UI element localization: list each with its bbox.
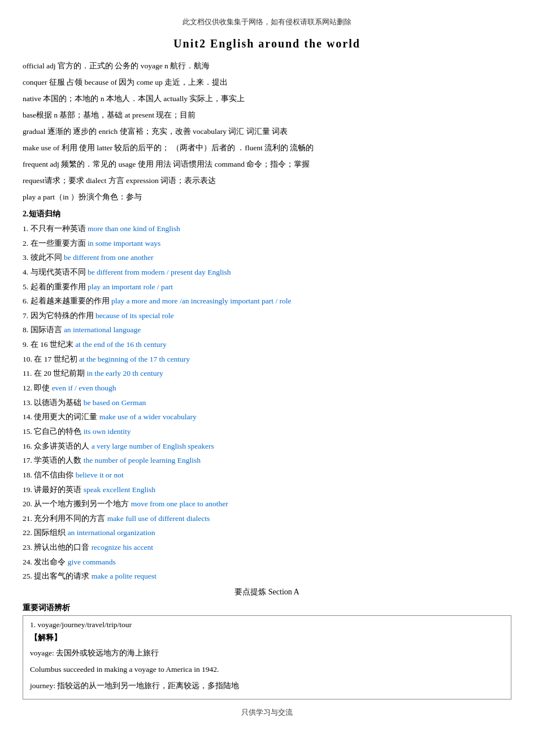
phrase-english: a very large number of English speakers (92, 442, 214, 450)
phrase-chinese: 提出客气的请求 (34, 572, 91, 580)
list-item: 19. 讲最好的英语 speak excellent English (23, 483, 511, 497)
list-item: 21. 充分利用不同的方言 make full use of different… (23, 511, 511, 526)
section2-title: 2.短语归纳 (23, 209, 511, 219)
vocab-box: 1. voyage/journey/travel/trip/tour 【解释】 … (23, 615, 511, 699)
list-item: 16. 众多讲英语的人 a very large number of Engli… (23, 439, 511, 454)
phrase-num: 8. (23, 325, 31, 334)
phrase-english: the number of people learning English (84, 456, 201, 464)
phrase-english: at the beginning of the 17 th century (79, 355, 190, 363)
phrase-num: 21. (23, 514, 34, 523)
phrase-english: even if / even though (52, 384, 116, 392)
phrase-english: make use of a wider vocabulary (99, 412, 197, 421)
phrase-english: be based on German (84, 398, 146, 407)
phrase-english: its own identity (84, 427, 131, 436)
phrase-chinese: 讲最好的英语 (34, 485, 83, 494)
phrase-num: 11. (23, 369, 34, 377)
phrase-chinese: 国际组织 (34, 528, 67, 537)
phrase-num: 4. (23, 268, 31, 276)
vocab-line: base根据 n 基部；基地，基础 at present 现在；目前 (23, 107, 511, 123)
vocab-line: native 本国的；本地的 n 本地人．本国人 actually 实际上，事实… (23, 91, 511, 106)
list-item: 15. 它自己的特色 its own identity (23, 424, 511, 439)
list-item: 14. 使用更大的词汇量 make use of a wider vocabul… (23, 410, 511, 424)
list-item: 9. 在 16 世纪末 at the end of the 16 th cent… (23, 337, 511, 352)
phrase-chinese: 不只有一种英语 (31, 224, 88, 233)
list-item: 6. 起着越来越重要的作用 play a more and more /an i… (23, 294, 511, 309)
phrase-num: 25. (23, 572, 34, 580)
phrase-english: play an important role / part (88, 283, 173, 291)
phrase-english: speak excellent English (84, 485, 155, 494)
word-entry: journey: 指较远的从一地到另一地旅行，距离较远，多指陆地 (30, 678, 504, 693)
list-item: 20. 从一个地方搬到另一个地方 move from one place to … (23, 497, 511, 511)
vocab-line: conquer 征服 占领 because of 因为 come up 走近，上… (23, 75, 511, 90)
vocab-line: official adj 官方的．正式的 公务的 voyage n 航行．航海 (23, 58, 511, 73)
phrase-num: 18. (23, 471, 34, 479)
top-notice: 此文档仅供收集集于网络，如有侵权请联系网站删除 (23, 17, 511, 27)
phrase-num: 17. (23, 456, 34, 464)
phrase-chinese: 在 16 世纪末 (31, 340, 76, 349)
vocab-line: play a part（in ）扮演个角色：参与 (23, 189, 511, 205)
phrase-num: 6. (23, 297, 31, 305)
phrase-english: an international language (64, 325, 141, 334)
phrase-chinese: 发出命令 (34, 558, 67, 566)
phrase-num: 15. (23, 427, 34, 436)
phrase-chinese: 在 17 世纪初 (34, 355, 79, 363)
phrase-num: 9. (23, 340, 31, 349)
phrase-num: 7. (23, 311, 31, 320)
list-item: 18. 信不信由你 believe it or not (23, 468, 511, 483)
phrase-chinese: 即使 (34, 384, 51, 392)
list-item: 2. 在一些重要方面 in some important ways (23, 236, 511, 251)
phrase-chinese: 起着越来越重要的作用 (31, 297, 111, 305)
list-item: 1. 不只有一种英语 more than one kind of English (23, 221, 511, 236)
phrase-num: 19. (23, 485, 34, 494)
phrase-chinese: 与现代英语不同 (31, 268, 88, 276)
phrase-num: 3. (23, 253, 31, 262)
phrase-num: 12. (23, 384, 34, 392)
list-item: 5. 起着的重要作用 play an important role / part (23, 280, 511, 294)
list-item: 24. 发出命令 give commands (23, 555, 511, 570)
phrase-num: 5. (23, 283, 31, 291)
phrase-chinese: 辨认出他的口音 (34, 543, 91, 551)
vocab-line: request请求；要求 dialect 方言 expression 词语；表示… (23, 173, 511, 188)
phrase-chinese: 使用更大的词汇量 (34, 412, 99, 421)
unit-title: Unit2 English around the world (23, 37, 511, 50)
phrase-english: make full use of different dialects (107, 514, 210, 523)
list-item: 10. 在 17 世纪初 at the beginning of the 17 … (23, 352, 511, 367)
phrase-chinese: 充分利用不同的方言 (34, 514, 107, 523)
phrase-english: move from one place to another (131, 499, 228, 508)
list-item: 8. 国际语言 an international language (23, 323, 511, 337)
word-def-line: journey: 指较远的从一地到另一地旅行，距离较远，多指陆地 (30, 678, 504, 693)
phrase-num: 13. (23, 398, 34, 407)
word-example: Columbus succeeded in making a voyage to… (30, 662, 504, 677)
phrase-num: 14. (23, 412, 34, 421)
list-item: 23. 辨认出他的口音 recognize his accent (23, 540, 511, 555)
phrase-english: play a more and more /an increasingly im… (111, 297, 292, 305)
vocab-line: frequent adj 频繁的．常见的 usage 使用 用法 词语惯用法 c… (23, 157, 511, 172)
phrase-chinese: 学英语的人数 (34, 456, 83, 464)
phrase-english: be different from one another (64, 253, 154, 262)
phrase-chinese: 众多讲英语的人 (34, 442, 91, 450)
vocab-line: make use of 利用 使用 latter 较后的后平的； （两者中）后者… (23, 140, 511, 155)
bottom-notice: 只供学习与交流 (23, 707, 511, 718)
phrase-chinese: 在 20 世纪前期 (34, 369, 87, 377)
phrase-english: give commands (68, 558, 116, 566)
phrase-english: recognize his accent (92, 543, 153, 551)
phrase-chinese: 从一个地方搬到另一个地方 (34, 499, 131, 508)
list-item: 11. 在 20 世纪前期 in the early 20 th century (23, 366, 511, 381)
phrase-chinese: 彼此不同 (31, 253, 64, 262)
list-item: 4. 与现代英语不同 be different from modern / pr… (23, 265, 511, 280)
phrase-num: 23. (23, 543, 34, 551)
phrase-chinese: 以德语为基础 (34, 398, 83, 407)
phrase-list: 1. 不只有一种英语 more than one kind of English… (23, 221, 511, 584)
phrase-english: in some important ways (88, 239, 160, 247)
list-item: 25. 提出客气的请求 make a polite request (23, 569, 511, 584)
important-section-title: 重要词语辨析 (23, 603, 511, 613)
phrase-num: 20. (23, 499, 34, 508)
phrase-num: 2. (23, 239, 31, 247)
phrase-chinese: 国际语言 (31, 325, 64, 334)
phrase-num: 22. (23, 528, 34, 537)
vocab-line: gradual 逐渐的 逐步的 enrich 使富裕；充实，改善 vocabul… (23, 124, 511, 139)
list-item: 3. 彼此不同 be different from one another (23, 250, 511, 265)
phrase-chinese: 它自己的特色 (34, 427, 83, 436)
center-note: 要点提炼 Section A (23, 587, 511, 597)
box-content: 【解释】 voyage: 去国外或较远地方的海上旅行Columbus succe… (30, 633, 504, 693)
